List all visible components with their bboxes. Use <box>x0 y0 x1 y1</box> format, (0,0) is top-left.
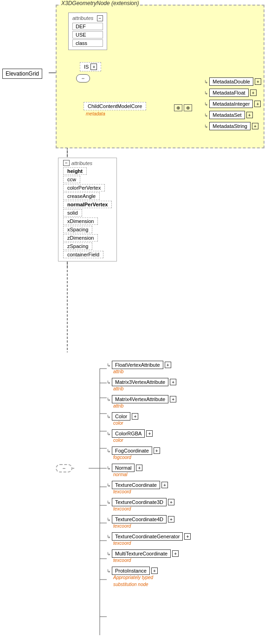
metadata-double-node: MetadataDouble <box>209 77 253 86</box>
matrix3-vertex-sublabel: attrib <box>113 386 191 391</box>
multi-texture-coordinate-sublabel: texcoord <box>113 558 191 563</box>
x3d-geometry-node-box: X3DGeometryNode (extension) attributes −… <box>56 5 264 148</box>
matrix4-vertex-node: Matrix4VertexAttribute <box>112 395 168 403</box>
normal-plus[interactable]: + <box>136 465 142 471</box>
x3d-geometry-label: X3DGeometryNode (extension) <box>60 0 140 6</box>
texture-coordinate-node: TextureCoordinate <box>112 481 160 489</box>
metadata-double-row: ↳ MetadataDouble + <box>204 77 261 86</box>
metadata-set-plus[interactable]: + <box>246 112 253 118</box>
diagram-container: X3DGeometryNode (extension) attributes −… <box>0 0 277 644</box>
attr-color-per-vertex: colorPerVertex <box>63 184 105 191</box>
attr-class: class <box>72 39 103 47</box>
color-rgba-sublabel: color <box>113 438 191 443</box>
matrix3-vertex-node: Matrix3VertexAttribute <box>112 378 168 386</box>
texture-coordinate-plus[interactable]: + <box>161 482 168 488</box>
texture-coordinate-3d-sublabel: texcoord <box>113 506 191 511</box>
matrix3-vertex-plus[interactable]: + <box>170 379 176 385</box>
metadata-float-node: MetadataFloat <box>209 89 248 97</box>
child-content-label: ChildContentModelCore <box>88 103 142 109</box>
fog-coordinate-node: FogCoordinate <box>112 446 152 455</box>
texture-coordinate-4d-node: TextureCoordinate4D <box>112 515 167 523</box>
float-vertex-plus[interactable]: + <box>165 362 171 368</box>
texture-coordinate-row: ↳ TextureCoordinate + texcoord <box>107 481 191 494</box>
metadata-set-node: MetadataSet <box>209 111 245 119</box>
color-sublabel: color <box>113 421 191 426</box>
child-content-expand-btn[interactable]: ⊕ <box>174 104 182 111</box>
texture-coordinate-4d-row: ↳ TextureCoordinate4D + texcoord <box>107 515 191 529</box>
metadata-set-row: ↳ MetadataSet + <box>204 111 261 119</box>
child-content-plus-btn[interactable]: ⊕ <box>184 104 192 111</box>
fog-coordinate-sublabel: fogcoord <box>113 455 191 460</box>
attr-use: USE <box>72 31 103 38</box>
float-vertex-sublabel: attrib <box>113 369 191 374</box>
child-content-model-box: ChildContentModelCore <box>84 102 146 110</box>
matrix4-vertex-row: ↳ Matrix4VertexAttribute + attrib <box>107 395 191 408</box>
metadata-integer-plus[interactable]: + <box>254 101 261 107</box>
attr-x-dimension: xDimension <box>63 217 98 225</box>
proto-instance-row: ↳ ProtoInstance + Appropriately typed su… <box>107 567 191 587</box>
texture-coordinate-4d-sublabel: texcoord <box>113 523 191 529</box>
attr-crease-angle: creaseAngle <box>63 192 100 200</box>
is-label: IS <box>84 64 89 70</box>
color-row: ↳ Color + color <box>107 412 191 426</box>
metadata-string-row: ↳ MetadataString + <box>204 122 261 130</box>
metadata-integer-node: MetadataInteger <box>209 100 253 108</box>
metadata-float-plus[interactable]: + <box>250 89 257 96</box>
child-nodes-section: ↳ FloatVertexAttribute + attrib ↳ Matrix… <box>107 361 191 591</box>
fog-coordinate-plus[interactable]: + <box>154 447 160 454</box>
normal-node: Normal <box>112 464 135 472</box>
metadata-string-plus[interactable]: + <box>252 123 258 129</box>
metadata-integer-row: ↳ MetadataInteger + <box>204 100 261 108</box>
collapse-btn-top[interactable]: − <box>97 15 103 21</box>
color-node: Color <box>112 412 130 421</box>
texture-coordinate-4d-plus[interactable]: + <box>168 516 174 523</box>
texture-coordinate-sublabel: texcoord <box>113 489 191 494</box>
proto-instance-sublabel2: substitution node <box>113 582 191 587</box>
float-vertex-node: FloatVertexAttribute <box>112 361 163 369</box>
is-plus-btn[interactable]: + <box>90 64 97 70</box>
matrix3-vertex-row: ↳ Matrix3VertexAttribute + attrib <box>107 378 191 391</box>
color-rgba-node: ColorRGBA <box>112 429 145 438</box>
multi-texture-coordinate-node: MultiTextureCoordinate <box>112 549 171 558</box>
float-vertex-row: ↳ FloatVertexAttribute + attrib <box>107 361 191 374</box>
texture-coordinate-generator-sublabel: texcoord <box>113 541 191 546</box>
collapse-btn-bottom[interactable]: − <box>63 160 70 166</box>
color-plus[interactable]: + <box>132 413 138 420</box>
proto-instance-node: ProtoInstance <box>112 567 150 575</box>
attr-z-dimension: zDimension <box>63 234 98 242</box>
metadata-string-node: MetadataString <box>209 122 251 130</box>
matrix4-vertex-plus[interactable]: + <box>170 396 176 402</box>
matrix4-vertex-sublabel: attrib <box>113 403 191 408</box>
proto-instance-plus[interactable]: + <box>151 567 158 574</box>
attr-z-spacing: zSpacing <box>63 242 92 250</box>
texture-coordinate-generator-row: ↳ TextureCoordinateGenerator + texcoord <box>107 532 191 546</box>
attr-solid: solid <box>63 209 82 217</box>
attr-def: DEF <box>72 23 103 30</box>
color-rgba-plus[interactable]: + <box>146 430 153 437</box>
texture-coordinate-generator-plus[interactable]: + <box>184 533 191 540</box>
attr-height: height <box>63 167 87 175</box>
texture-coordinate-3d-row: ↳ TextureCoordinate3D + texcoord <box>107 498 191 511</box>
metadata-float-row: ↳ MetadataFloat + <box>204 89 261 97</box>
normal-sublabel: normal <box>113 472 191 477</box>
multi-texture-coordinate-row: ↳ MultiTextureCoordinate + texcoord <box>107 549 191 563</box>
attr-container-field: containerField <box>63 251 103 258</box>
proto-instance-sublabel: Appropriately typed <box>113 575 191 580</box>
attr-normal-per-vertex: normalPerVertex <box>63 201 112 208</box>
attr-x-spacing: xSpacing <box>63 226 92 233</box>
color-rgba-row: ↳ ColorRGBA + color <box>107 429 191 443</box>
metadata-double-plus[interactable]: + <box>255 78 261 85</box>
multi-texture-coordinate-plus[interactable]: + <box>172 550 179 557</box>
bottom-attributes-section: − attributes height ccw colorPerVertex c… <box>58 158 117 261</box>
attributes-label-bottom: attributes <box>71 160 92 166</box>
texture-coordinate-3d-plus[interactable]: + <box>168 499 174 505</box>
texture-coordinate-3d-node: TextureCoordinate3D <box>112 498 167 506</box>
metadata-sub-label: metadata <box>86 111 105 116</box>
attr-ccw: ccw <box>63 176 80 183</box>
texture-coordinate-generator-node: TextureCoordinateGenerator <box>112 532 183 541</box>
bottom-circle-connector: ↔ <box>56 464 72 472</box>
fog-coordinate-row: ↳ FogCoordinate + fogcoord <box>107 446 191 460</box>
normal-row: ↳ Normal + normal <box>107 464 191 477</box>
circle-connector: ↔ <box>76 74 90 83</box>
elevation-grid-label[interactable]: ElevationGrid <box>2 69 42 79</box>
